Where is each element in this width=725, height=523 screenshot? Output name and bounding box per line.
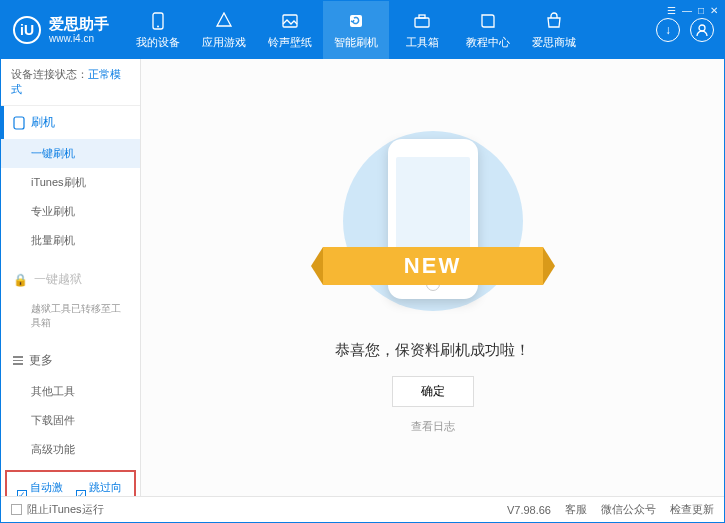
sidebar-item-download-firmware[interactable]: 下载固件 (1, 406, 140, 435)
confirm-button[interactable]: 确定 (392, 376, 474, 407)
checkbox-block-itunes[interactable]: 阻止iTunes运行 (11, 502, 104, 517)
checkbox-auto-activate[interactable]: ✓ 自动激活 (17, 480, 66, 496)
phone-icon (13, 116, 25, 130)
view-log-link[interactable]: 查看日志 (411, 419, 455, 434)
nav-label: 我的设备 (136, 35, 180, 50)
svg-point-1 (157, 25, 159, 27)
status-label: 设备连接状态： (11, 68, 88, 80)
nav-label: 铃声壁纸 (268, 35, 312, 50)
app-title: 爱思助手 (49, 15, 109, 33)
maximize-button[interactable]: □ (698, 5, 704, 16)
device-status: 设备连接状态：正常模式 (1, 59, 140, 106)
svg-point-6 (699, 25, 705, 31)
nav-label: 教程中心 (466, 35, 510, 50)
support-link[interactable]: 客服 (565, 502, 587, 517)
group-label: 更多 (29, 352, 53, 369)
download-button[interactable]: ↓ (656, 18, 680, 42)
main-nav: 我的设备 应用游戏 铃声壁纸 智能刷机 工具箱 教程中心 (125, 1, 646, 59)
nav-label: 工具箱 (406, 35, 439, 50)
sidebar-item-batch-flash[interactable]: 批量刷机 (1, 226, 140, 255)
checkbox-label: 跳过向导 (89, 480, 125, 496)
success-message: 恭喜您，保资料刷机成功啦！ (335, 341, 530, 360)
svg-rect-4 (415, 18, 429, 27)
main-content: NEW 恭喜您，保资料刷机成功啦！ 确定 查看日志 (141, 59, 724, 496)
nav-tutorials[interactable]: 教程中心 (455, 1, 521, 59)
download-icon: ↓ (665, 23, 671, 37)
nav-store[interactable]: 爱思商城 (521, 1, 587, 59)
group-label: 刷机 (31, 114, 55, 131)
checkbox-label: 阻止iTunes运行 (27, 502, 104, 517)
sidebar-item-other-tools[interactable]: 其他工具 (1, 377, 140, 406)
nav-apps-games[interactable]: 应用游戏 (191, 1, 257, 59)
device-icon (148, 11, 168, 31)
checkbox-label: 自动激活 (30, 480, 66, 496)
sidebar-item-pro-flash[interactable]: 专业刷机 (1, 197, 140, 226)
store-icon (544, 11, 564, 31)
check-update-link[interactable]: 检查更新 (670, 502, 714, 517)
group-label: 一键越狱 (34, 271, 82, 288)
logo-icon: iU (13, 16, 41, 44)
toolbox-icon (412, 11, 432, 31)
sidebar-group-flash[interactable]: 刷机 (1, 106, 140, 139)
book-icon (478, 11, 498, 31)
wallpaper-icon (280, 11, 300, 31)
success-illustration: NEW (333, 121, 533, 321)
sidebar-group-jailbreak[interactable]: 🔒 一键越狱 (1, 263, 140, 296)
sidebar-item-oneclick-flash[interactable]: 一键刷机 (1, 139, 140, 168)
nav-label: 应用游戏 (202, 35, 246, 50)
logo-area: iU 爱思助手 www.i4.cn (1, 1, 125, 59)
sidebar-group-more[interactable]: 更多 (1, 344, 140, 377)
nav-label: 爱思商城 (532, 35, 576, 50)
menu-icon[interactable]: ☰ (667, 5, 676, 16)
nav-ringtone-wallpaper[interactable]: 铃声壁纸 (257, 1, 323, 59)
svg-rect-5 (419, 15, 425, 18)
sidebar-item-itunes-flash[interactable]: iTunes刷机 (1, 168, 140, 197)
options-highlight-box: ✓ 自动激活 ✓ 跳过向导 (5, 470, 136, 496)
app-header: ☰ — □ ✕ iU 爱思助手 www.i4.cn 我的设备 应用游戏 铃声壁纸 (1, 1, 724, 59)
nav-label: 智能刷机 (334, 35, 378, 50)
checkbox-icon (11, 504, 22, 515)
nav-my-device[interactable]: 我的设备 (125, 1, 191, 59)
nav-toolbox[interactable]: 工具箱 (389, 1, 455, 59)
more-icon (13, 356, 23, 365)
svg-rect-7 (14, 117, 24, 129)
minimize-button[interactable]: — (682, 5, 692, 16)
checkbox-skip-guide[interactable]: ✓ 跳过向导 (76, 480, 125, 496)
user-icon (695, 23, 709, 37)
lock-icon: 🔒 (13, 273, 28, 287)
window-controls: ☰ — □ ✕ (667, 5, 718, 16)
close-button[interactable]: ✕ (710, 5, 718, 16)
flash-icon (346, 11, 366, 31)
sidebar: 设备连接状态：正常模式 刷机 一键刷机 iTunes刷机 专业刷机 批量刷机 🔒… (1, 59, 141, 496)
user-button[interactable] (690, 18, 714, 42)
jailbreak-note: 越狱工具已转移至工具箱 (1, 296, 140, 336)
nav-smart-flash[interactable]: 智能刷机 (323, 1, 389, 59)
apps-icon (214, 11, 234, 31)
sidebar-item-advanced[interactable]: 高级功能 (1, 435, 140, 464)
status-bar-footer: 阻止iTunes运行 V7.98.66 客服 微信公众号 检查更新 (1, 496, 724, 522)
wechat-link[interactable]: 微信公众号 (601, 502, 656, 517)
new-banner: NEW (323, 247, 543, 285)
app-site: www.i4.cn (49, 33, 109, 45)
version-label: V7.98.66 (507, 504, 551, 516)
